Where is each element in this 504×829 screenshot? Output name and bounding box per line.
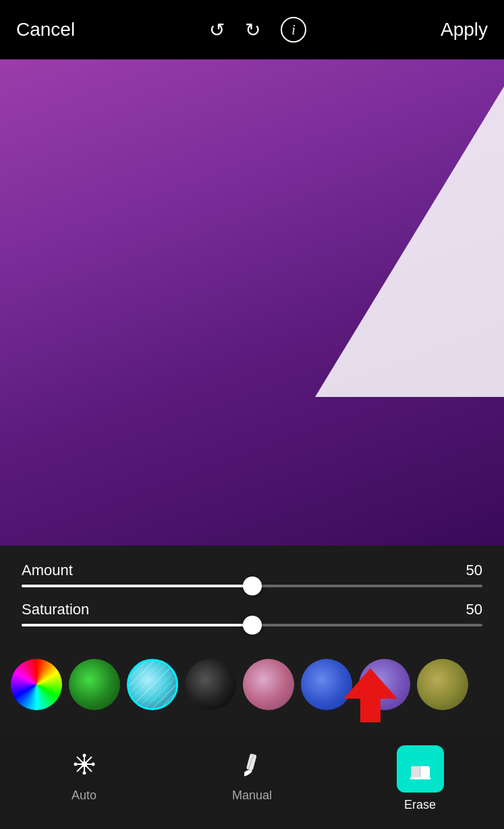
color-swatches-row: [0, 651, 504, 718]
swatch-pink[interactable]: [243, 659, 294, 710]
top-bar-center: ↺ ↻ i: [209, 17, 306, 43]
saturation-label: Saturation: [22, 601, 89, 618]
amount-slider-fill: [22, 585, 252, 587]
red-arrow-indicator: [337, 662, 404, 729]
svg-marker-18: [343, 668, 397, 722]
tool-manual[interactable]: Manual: [212, 745, 293, 803]
top-bar: Cancel ↺ ↻ i Apply: [0, 0, 504, 59]
saturation-slider-row: Saturation 50: [22, 601, 482, 626]
swatch-black[interactable]: [185, 659, 236, 710]
svg-point-25: [91, 763, 94, 766]
tool-auto[interactable]: Auto: [44, 745, 125, 803]
manual-icon: [233, 745, 271, 783]
saturation-value: 50: [466, 601, 482, 618]
amount-slider-row: Amount 50: [22, 562, 482, 587]
swatch-olive[interactable]: [417, 659, 468, 710]
tool-erase[interactable]: Erase: [380, 745, 461, 812]
swatch-cyan-selected[interactable]: [127, 659, 178, 710]
redo-button[interactable]: ↻: [245, 19, 260, 41]
svg-point-23: [82, 761, 87, 767]
bottom-toolbar: Auto Manual Erase: [0, 734, 504, 829]
svg-point-27: [74, 763, 77, 766]
saturation-slider-fill: [22, 624, 252, 626]
sliders-section: Amount 50 Saturation 50: [0, 545, 504, 651]
undo-button[interactable]: ↺: [209, 19, 225, 41]
amount-value: 50: [466, 562, 482, 579]
saturation-slider-track[interactable]: [22, 624, 482, 626]
svg-point-24: [82, 754, 86, 757]
amount-slider-thumb[interactable]: [243, 577, 262, 595]
swatch-rainbow[interactable]: [11, 659, 62, 710]
info-button[interactable]: i: [281, 17, 306, 43]
auto-label: Auto: [72, 788, 96, 803]
svg-rect-31: [411, 766, 420, 778]
amount-label: Amount: [22, 562, 73, 579]
erase-icon: [397, 745, 444, 793]
cancel-button[interactable]: Cancel: [16, 19, 75, 41]
image-area: [0, 59, 504, 545]
background-triangle: [315, 86, 504, 397]
auto-icon: [65, 745, 103, 783]
apply-button[interactable]: Apply: [441, 19, 488, 41]
manual-label: Manual: [232, 788, 272, 803]
swatch-green[interactable]: [69, 659, 120, 710]
svg-rect-28: [246, 753, 256, 771]
saturation-slider-thumb[interactable]: [243, 616, 262, 635]
erase-label: Erase: [404, 798, 436, 812]
amount-slider-track[interactable]: [22, 585, 482, 587]
svg-point-26: [82, 772, 86, 775]
